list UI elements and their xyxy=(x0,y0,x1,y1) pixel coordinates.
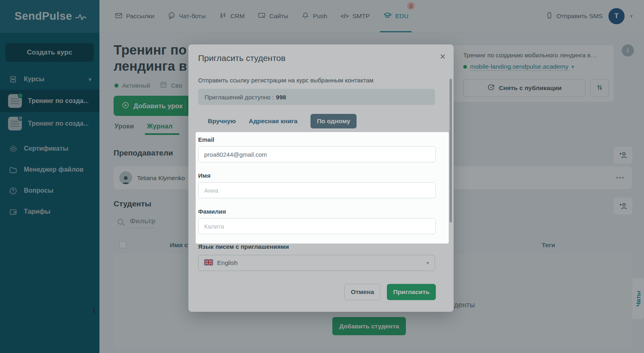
language-value: English xyxy=(217,259,238,267)
tab-manually[interactable]: Вручную xyxy=(208,118,236,125)
cancel-button[interactable]: Отмена xyxy=(344,284,380,300)
sendpulse-edu-app: SendPulse Создать курс Курсы ▾ Тренинг п… xyxy=(0,0,644,353)
uk-flag-icon xyxy=(204,259,213,267)
modal-scrollbar[interactable] xyxy=(450,79,452,223)
first-name-label: Имя xyxy=(198,172,436,179)
invites-available-box: Приглашений доступно : 998 xyxy=(198,89,435,105)
email-label: Email xyxy=(198,136,436,143)
tab-one-by-one[interactable]: По одному xyxy=(310,114,357,128)
last-name-label: Фамилия xyxy=(198,208,436,215)
language-label: Язык писем с приглашениями xyxy=(198,243,289,250)
close-icon[interactable]: × xyxy=(440,52,446,61)
first-name-field[interactable] xyxy=(198,182,436,198)
invite-students-modal: Пригласить студентов × Отправить ссылку … xyxy=(188,44,454,312)
invites-available-count: 998 xyxy=(276,94,286,101)
invite-button[interactable]: Пригласить xyxy=(387,284,436,300)
modal-title: Пригласить студентов xyxy=(198,53,285,63)
last-name-field[interactable] xyxy=(198,218,436,234)
language-select[interactable]: English ▾ xyxy=(198,255,435,271)
modal-subtitle: Отправить ссылку регистрации на курс выб… xyxy=(198,77,374,84)
email-field[interactable] xyxy=(198,146,436,162)
tab-address-book[interactable]: Адресная книга xyxy=(249,118,298,125)
modal-buttons: Отмена Пригласить xyxy=(198,284,436,300)
invite-form-panel: Email Имя Фамилия xyxy=(196,132,449,244)
chevron-down-icon: ▾ xyxy=(427,260,429,266)
invite-mode-tabs: Вручную Адресная книга По одному xyxy=(208,114,357,128)
invites-available-label: Приглашений доступно : xyxy=(205,94,274,101)
